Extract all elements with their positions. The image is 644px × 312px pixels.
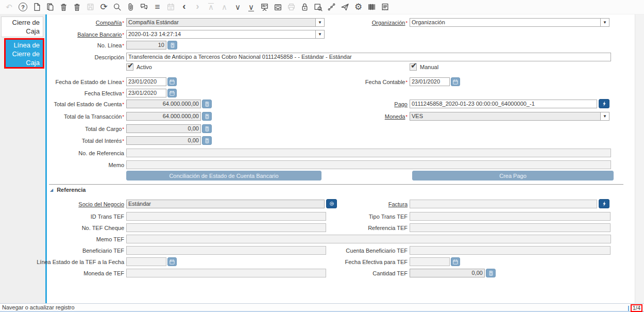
previous-record-icon[interactable]: ∧ [218,2,230,13]
chat-icon[interactable] [138,2,150,13]
conciliacion-button[interactable]: Conciliación de Estado de Cuenta Bancari… [126,171,321,180]
balance-bancario-label[interactable]: Balance Bancario* [32,30,124,39]
pago-label[interactable]: Pago [316,100,408,108]
requery-icon[interactable]: ⟳ [98,2,110,13]
lightning-icon [601,101,607,107]
checkbox-icon: ✔ [410,63,417,71]
tipo-trans-tef-input[interactable] [410,212,611,221]
help-icon[interactable]: ? [19,3,27,11]
dropdown-arrow-icon[interactable]: ▼ [315,30,324,38]
collapse-triangle-icon[interactable]: ◢ [50,188,53,192]
balance-bancario-select[interactable]: 2020-01-23 14:27:14▼ [126,30,325,39]
memo-input[interactable] [126,160,611,169]
factura-label[interactable]: Factura [316,200,408,208]
parent-record-icon[interactable]: ‹ [178,1,190,13]
beneficiario-tef-input[interactable] [126,246,326,255]
calculator-icon [204,126,210,132]
moneda-label[interactable]: Moneda* [316,112,408,121]
detail-window-icon[interactable] [259,2,270,13]
socio-negocio-input[interactable]: Estándar [126,200,325,208]
organizacion-label[interactable]: Organización* [316,19,408,27]
print-icon[interactable] [285,2,297,13]
fecha-efectiva-input[interactable]: 23/01/2020 [126,89,166,97]
no-linea-input[interactable]: 10 [126,41,166,50]
moneda-tef-input[interactable] [126,269,326,277]
delete-selection-icon[interactable] [71,2,83,13]
undo-icon[interactable]: ↶ [3,2,15,13]
required-marker: * [122,126,124,132]
cantidad-tef-calculator-button[interactable] [486,269,496,277]
fecha-contable-input[interactable]: 23/01/2020 [410,77,450,86]
total-transaccion-input[interactable]: 64.000.000,00 [126,112,201,121]
calendar-icon [169,90,175,96]
zoom-across-icon[interactable] [312,2,324,13]
fecha-contable-calendar-button[interactable] [451,77,460,86]
fecha-efectiva-tef-calendar-button[interactable] [451,257,460,266]
descripcion-label: Descripción [32,53,124,61]
cuenta-beneficiario-tef-input[interactable] [410,246,611,255]
grid-toggle-icon[interactable]: ≡ [151,2,163,13]
fecha-efectiva-tef-input[interactable] [410,257,450,266]
new-record-icon[interactable] [31,2,43,13]
compania-select[interactable]: Compañía Estándar▼ [126,18,325,27]
referencia-group-header[interactable]: ◢ Referencia [50,187,86,193]
dropdown-arrow-icon[interactable]: ▼ [600,19,609,26]
referencia-tef-input[interactable] [410,223,611,232]
factura-zoom-button[interactable] [599,199,609,208]
delete-record-icon[interactable] [58,2,70,13]
compania-label[interactable]: Compañía* [32,19,124,27]
fecha-estado-linea-input[interactable]: 23/01/2020 [126,77,166,86]
fecha-efectiva-calendar-button[interactable] [167,89,177,97]
dropdown-arrow-icon[interactable]: ▼ [600,112,609,120]
id-trans-tef-input[interactable] [126,212,326,221]
total-estado-cuenta-calculator-button[interactable] [202,100,212,108]
scrollbar-track[interactable] [635,14,644,303]
total-interes-input[interactable]: 0,00 [126,136,201,145]
linea-estado-tef-calendar-button[interactable] [167,257,177,266]
calculator-icon [204,113,210,120]
calculator-icon [170,42,176,48]
total-cargo-calculator-button[interactable] [202,124,212,133]
organizacion-select[interactable]: Organización▼ [410,18,609,27]
copy-record-icon[interactable] [44,2,56,13]
report-icon[interactable] [379,2,391,13]
barcode-icon[interactable] [366,2,378,13]
linea-estado-tef-fecha-input[interactable] [126,257,166,266]
moneda-value: VES [412,113,423,119]
workflow-icon[interactable] [326,2,337,13]
total-transaccion-calculator-button[interactable] [202,112,212,121]
record-indicator[interactable]: 1/4 [631,304,642,312]
crea-pago-button[interactable]: Crea Pago [412,171,614,180]
fecha-estado-linea-calendar-button[interactable] [167,77,177,86]
memo-tef-input[interactable] [126,235,611,243]
archive-icon[interactable] [272,2,284,13]
activo-label: Activo [137,63,152,71]
total-estado-cuenta-input[interactable]: 64.000.000,00 [126,100,201,108]
no-linea-calculator-button[interactable] [167,41,177,50]
no-tef-cheque-input[interactable] [126,223,326,232]
preferences-icon[interactable]: ⚙ [352,2,364,13]
cantidad-tef-input[interactable]: 0,00 [410,269,485,277]
pago-input[interactable]: 0111245858_2020-01-23 00:00:00_64000000_… [410,100,597,108]
pago-zoom-button[interactable] [599,99,609,108]
checkbox-icon: ✔ [126,63,133,71]
first-record-icon[interactable]: ∧ [205,2,217,13]
find-record-icon[interactable] [111,2,123,13]
attachment-icon[interactable] [125,2,137,13]
last-record-icon[interactable]: ∨ [245,2,257,13]
total-interes-calculator-button[interactable] [202,136,212,145]
next-record-icon[interactable]: ∨ [232,2,244,13]
factura-input[interactable] [410,200,597,208]
socio-negocio-label[interactable]: Socio del Negocio [32,200,124,208]
activo-checkbox[interactable]: ✔ Activo [126,63,152,71]
lock-icon[interactable] [299,2,311,13]
calendar-icon[interactable] [165,2,177,13]
manual-checkbox[interactable]: ✔ Manual [410,63,438,71]
descripcion-input[interactable]: Transferencia de Anticipo a Terceros Cob… [126,53,611,61]
no-referencia-input[interactable] [126,149,611,157]
save-record-icon[interactable] [84,2,96,13]
detail-record-icon[interactable]: › [192,1,204,13]
moneda-select[interactable]: VES▼ [410,112,609,121]
total-cargo-input[interactable]: 0,00 [126,124,201,133]
send-mail-icon[interactable] [339,2,351,13]
